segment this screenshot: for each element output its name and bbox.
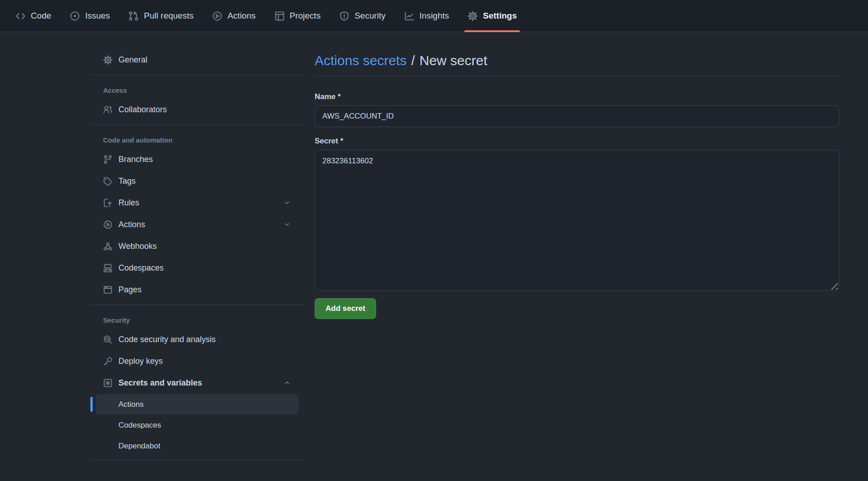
- sidebar-item-deploy-keys[interactable]: Deploy keys: [96, 350, 298, 372]
- sidebar-item-collaborators[interactable]: Collaborators: [96, 99, 298, 120]
- tab-label: Insights: [420, 11, 449, 21]
- tab-code[interactable]: Code: [11, 0, 56, 32]
- title-divider: [315, 76, 839, 76]
- sidebar-item-label: Secrets and variables: [118, 378, 202, 388]
- sidebar-item-label: Actions: [118, 220, 145, 229]
- sidebar-subitem-dependabot[interactable]: Dependabot: [96, 436, 298, 456]
- asterisk-box-icon: [103, 378, 113, 388]
- sidebar-item-pages[interactable]: Pages: [96, 279, 298, 300]
- table-icon: [274, 11, 285, 21]
- gear-icon: [103, 55, 113, 65]
- breadcrumb-separator: /: [411, 53, 415, 68]
- git-branch-icon: [103, 155, 113, 164]
- webhook-icon: [103, 242, 113, 251]
- sidebar-item-tags[interactable]: Tags: [96, 170, 298, 192]
- code-icon: [15, 11, 26, 21]
- sidebar-divider: [90, 75, 304, 75]
- sidebar-item-label: Rules: [118, 198, 139, 208]
- sidebar-item-label: Branches: [118, 155, 153, 164]
- add-secret-button[interactable]: Add secret: [315, 298, 376, 319]
- page-title: Actions secrets / New secret: [315, 53, 839, 68]
- tab-label: Pull requests: [144, 11, 193, 21]
- sidebar-item-rules[interactable]: Rules: [96, 192, 298, 214]
- breadcrumb-current: New secret: [420, 53, 487, 68]
- sidebar-item-label: Actions: [118, 400, 144, 409]
- sidebar-section-code-automation: Code and automation: [90, 136, 304, 144]
- code-scan-icon: [103, 335, 113, 344]
- sidebar-subitem-codespaces[interactable]: Codespaces: [96, 415, 298, 435]
- sidebar-item-webhooks[interactable]: Webhooks: [96, 235, 298, 257]
- chevron-down-icon: [283, 220, 291, 229]
- tab-security[interactable]: Security: [335, 0, 390, 32]
- tag-icon: [103, 176, 113, 186]
- sidebar-item-label: Tags: [118, 176, 136, 186]
- tab-label: Projects: [290, 11, 321, 21]
- secret-value-textarea[interactable]: 283236113602: [315, 150, 839, 291]
- key-icon: [103, 357, 113, 366]
- tab-insights[interactable]: Insights: [400, 0, 453, 32]
- sidebar-divider: [90, 305, 304, 305]
- people-icon: [103, 105, 113, 114]
- sidebar-item-label: Code security and analysis: [118, 335, 216, 344]
- sidebar-item-actions[interactable]: Actions: [96, 214, 298, 235]
- sidebar-divider: [90, 460, 304, 461]
- sidebar-item-label: Dependabot: [118, 442, 160, 451]
- sidebar-item-label: Collaborators: [118, 105, 167, 114]
- sidebar-section-access: Access: [90, 86, 304, 94]
- sidebar-item-general[interactable]: General: [96, 49, 298, 71]
- tab-settings[interactable]: Settings: [463, 0, 521, 32]
- shield-icon: [339, 11, 349, 21]
- new-secret-panel: Actions secrets / New secret Name * Secr…: [315, 32, 839, 319]
- tab-actions[interactable]: Actions: [208, 0, 260, 32]
- sidebar-item-code-security[interactable]: Code security and analysis: [96, 329, 298, 350]
- tab-issues[interactable]: Issues: [65, 0, 114, 32]
- tab-pull-requests[interactable]: Pull requests: [124, 0, 198, 32]
- git-pull-request-icon: [128, 11, 139, 21]
- tab-label: Security: [354, 11, 386, 21]
- sidebar-item-label: Codespaces: [118, 263, 164, 273]
- repo-tab-bar: Code Issues Pull requests Actions: [0, 0, 868, 32]
- name-label: Name *: [315, 92, 839, 101]
- secret-label: Secret *: [315, 137, 839, 146]
- sidebar-item-branches[interactable]: Branches: [96, 148, 298, 170]
- sidebar-item-label: General: [118, 55, 147, 65]
- tab-label: Settings: [483, 11, 517, 21]
- sidebar-item-codespaces[interactable]: Codespaces: [96, 257, 298, 279]
- sidebar-item-label: Pages: [118, 285, 142, 295]
- chevron-up-icon: [283, 379, 291, 387]
- sidebar-divider: [90, 124, 304, 125]
- chevron-down-icon: [283, 199, 291, 207]
- gear-icon: [467, 11, 478, 21]
- tab-projects[interactable]: Projects: [270, 0, 326, 32]
- rules-icon: [103, 198, 113, 208]
- tab-label: Code: [31, 11, 51, 21]
- browser-icon: [103, 285, 113, 295]
- play-icon: [212, 11, 222, 21]
- sidebar-section-security: Security: [90, 316, 304, 324]
- tab-label: Issues: [85, 11, 110, 21]
- play-icon: [103, 220, 113, 229]
- codespaces-icon: [103, 263, 113, 273]
- actions-secrets-link[interactable]: Actions secrets: [315, 53, 406, 68]
- sidebar-item-label: Webhooks: [118, 242, 157, 251]
- sidebar-item-secrets-variables[interactable]: Secrets and variables: [96, 372, 298, 394]
- sidebar-subitem-actions[interactable]: Actions: [96, 394, 298, 414]
- sidebar-item-label: Codespaces: [118, 421, 161, 430]
- issue-opened-icon: [70, 11, 80, 21]
- sidebar-item-label: Deploy keys: [118, 357, 163, 366]
- settings-sidebar: General Access Collaborators Code and au…: [90, 49, 304, 465]
- secret-name-input[interactable]: [315, 105, 839, 127]
- tab-label: Actions: [227, 11, 255, 21]
- graph-icon: [404, 11, 415, 21]
